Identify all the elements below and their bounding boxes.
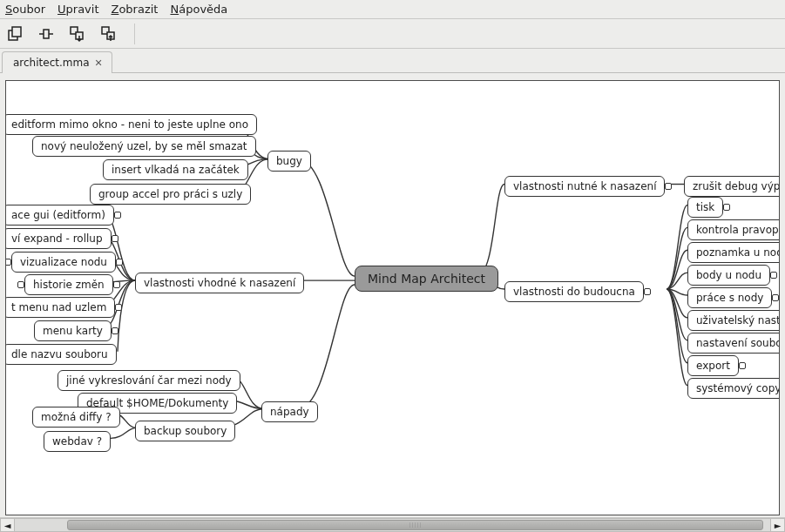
tab-close-icon[interactable]: ✕: [95, 57, 103, 69]
node-vhodne-child[interactable]: menu karty: [34, 320, 112, 341]
stack-up-icon: [100, 25, 118, 43]
scroll-left-button[interactable]: ◄: [0, 518, 15, 532]
node-vhodne-child[interactable]: ví expand - rollup: [5, 228, 112, 249]
expand-handle-icon[interactable]: [112, 235, 118, 242]
node-vhodne-child[interactable]: ace gui (editform): [5, 205, 114, 226]
node-nutne-child[interactable]: zrušit debug výpisy: [684, 176, 780, 197]
stack-down-icon: [69, 25, 86, 43]
toolbar-separator: [134, 24, 135, 44]
horizontal-scrollbar[interactable]: ◄ ►: [0, 517, 785, 532]
node-budoucna-child[interactable]: poznamka u nodu: [687, 242, 780, 263]
node-vhodne-child[interactable]: t menu nad uzlem: [5, 297, 115, 318]
node-vhodne[interactable]: vlastnosti vhodné k nasazení: [135, 273, 304, 293]
expand-handle-icon[interactable]: [739, 362, 746, 369]
expand-handle-icon[interactable]: [5, 259, 11, 266]
svg-rect-2: [44, 30, 49, 38]
node-napady-child[interactable]: jiné vykreslování čar mezi nody: [58, 370, 240, 391]
tab-label: architect.mma: [13, 57, 90, 69]
canvas-wrap: Mind Map Architect bugy editform mimo ok…: [0, 73, 785, 517]
node-vhodne-child[interactable]: vizualizace nodu: [11, 252, 116, 273]
expand-handle-icon[interactable]: [113, 281, 120, 288]
expand-handle-icon[interactable]: [772, 294, 779, 301]
node-backup-child[interactable]: webdav ?: [44, 431, 111, 452]
center-icon: [37, 25, 55, 43]
menu-file[interactable]: Soubor: [5, 3, 45, 16]
node-bugy-child[interactable]: group accel pro práci s uzly: [90, 184, 251, 205]
node-budoucna-child[interactable]: uživatelský nastave: [687, 310, 780, 331]
node-bugy[interactable]: bugy: [267, 151, 311, 172]
node-vhodne-child[interactable]: historie změn: [24, 274, 113, 295]
node-budoucna-child[interactable]: systémový copybor: [687, 378, 780, 399]
scroll-track[interactable]: [15, 518, 770, 532]
left-arrow-icon: ◄: [4, 521, 11, 530]
right-arrow-icon: ►: [775, 521, 782, 530]
menu-help[interactable]: Nápověda: [170, 3, 227, 16]
svg-rect-1: [12, 27, 21, 37]
node-budoucna-child[interactable]: práce s nody: [687, 287, 772, 308]
menu-edit[interactable]: Upravit: [58, 3, 98, 16]
expand-handle-icon[interactable]: [644, 288, 651, 295]
node-bugy-child[interactable]: insert vlkadá na začátek: [103, 159, 248, 180]
toolbar-stack-up-button[interactable]: [99, 24, 118, 44]
node-budoucna[interactable]: vlastnosti do budoucna: [504, 281, 644, 302]
expand-handle-icon[interactable]: [723, 204, 730, 211]
menubar: Soubor Upravit Zobrazit Nápověda: [0, 0, 785, 19]
scroll-thumb[interactable]: [67, 520, 763, 530]
expand-handle-icon[interactable]: [114, 212, 121, 219]
node-napady[interactable]: nápady: [261, 401, 318, 422]
expand-handle-icon[interactable]: [115, 304, 122, 311]
node-vhodne-child[interactable]: dle nazvu souboru: [5, 344, 117, 365]
expand-handle-icon[interactable]: [665, 183, 672, 190]
node-backup-child[interactable]: možná diffy ?: [32, 407, 120, 428]
expand-handle-icon[interactable]: [116, 259, 123, 266]
toolbar-stack-down-button[interactable]: [68, 24, 87, 44]
expand-handle-icon[interactable]: [17, 281, 24, 288]
node-bugy-child[interactable]: editform mimo okno - neni to jeste uplne…: [5, 114, 257, 135]
expand-handle-icon[interactable]: [770, 272, 777, 279]
expand-handle-icon[interactable]: [112, 327, 118, 334]
toolbar-copy-button[interactable]: [5, 24, 24, 44]
node-nutne[interactable]: vlastnosti nutné k nasazení: [504, 176, 665, 197]
tabbar: architect.mma ✕: [0, 49, 785, 73]
toolbar-center-button[interactable]: [37, 24, 56, 44]
node-budoucna-child[interactable]: tisk: [687, 197, 723, 218]
node-budoucna-child[interactable]: kontrola pravopisu: [687, 219, 780, 240]
node-bugy-child[interactable]: nový neuložený uzel, by se měl smazat: [32, 136, 256, 157]
mindmap-canvas[interactable]: Mind Map Architect bugy editform mimo ok…: [5, 80, 780, 515]
node-budoucna-child[interactable]: export: [687, 355, 739, 376]
scroll-right-button[interactable]: ►: [770, 518, 785, 532]
node-budoucna-child[interactable]: nastavení souboru: [687, 333, 780, 354]
node-budoucna-child[interactable]: body u nodu: [687, 265, 770, 286]
tab-architect[interactable]: architect.mma ✕: [2, 51, 112, 73]
toolbar: [0, 19, 785, 49]
menu-view[interactable]: Zobrazit: [112, 3, 159, 16]
node-napady-backup[interactable]: backup soubory: [135, 421, 235, 441]
node-center[interactable]: Mind Map Architect: [355, 266, 498, 292]
copy-icon: [6, 25, 24, 43]
